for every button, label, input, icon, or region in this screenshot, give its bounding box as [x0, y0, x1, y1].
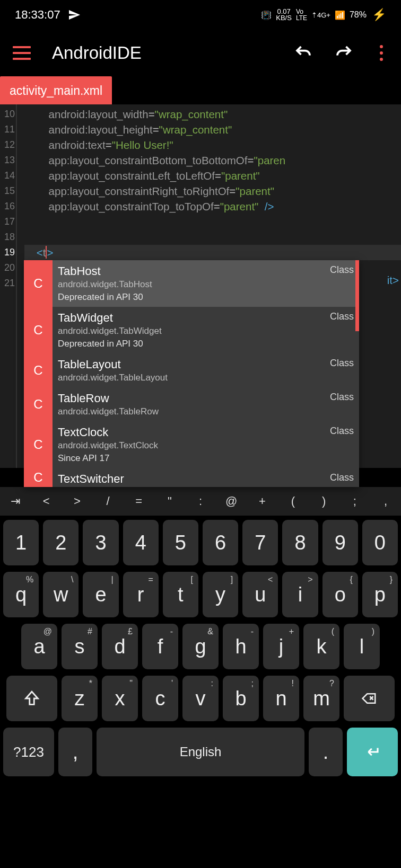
completion-kind-icon: C	[24, 387, 53, 421]
code-line[interactable]: <t>	[24, 245, 401, 260]
code-line[interactable]: android:layout_height="wrap_content"	[24, 122, 401, 137]
symbol-key[interactable]: :	[185, 494, 216, 508]
code-line[interactable]: android:layout_width="wrap_content"	[24, 107, 401, 122]
key-3[interactable]: 3	[83, 520, 118, 565]
key-a[interactable]: @a	[21, 624, 57, 669]
space-key[interactable]: English	[97, 728, 304, 776]
symbol-key[interactable]: <	[31, 494, 62, 508]
code-line[interactable]: app:layout_constraintRight_toRightOf="pa…	[24, 183, 401, 199]
key-c[interactable]: 'c	[142, 676, 178, 721]
file-tab[interactable]: activity_main.xml	[0, 76, 112, 104]
key-i[interactable]: >i	[282, 572, 318, 617]
completion-type: Class	[330, 392, 354, 403]
volte-indicator: VoLTE	[296, 8, 307, 21]
enter-key[interactable]	[347, 728, 398, 776]
code-editor[interactable]: 101112131415161718192021 android:layout_…	[0, 104, 401, 468]
autocomplete-item[interactable]: CTabWidgetandroid.widget.TabWidgetDeprec…	[24, 307, 359, 353]
key-4[interactable]: 4	[123, 520, 159, 565]
key-5[interactable]: 5	[163, 520, 198, 565]
mode-key[interactable]: ?123	[3, 728, 54, 776]
autocomplete-item[interactable]: CTextClockandroid.widget.TextClockSince …	[24, 421, 359, 468]
key-1[interactable]: 1	[3, 520, 39, 565]
key-h[interactable]: -h	[223, 624, 259, 669]
offscreen-code-peek: it>	[387, 274, 399, 287]
autocomplete-item[interactable]: CTableRowandroid.widget.TableRowClass	[24, 387, 359, 421]
key-t[interactable]: [t	[163, 572, 198, 617]
key-p[interactable]: }p	[362, 572, 398, 617]
key-9[interactable]: 9	[322, 520, 358, 565]
key-m[interactable]: ?m	[303, 676, 339, 721]
completion-type: Class	[330, 426, 354, 437]
key-y[interactable]: ]y	[203, 572, 238, 617]
key-g[interactable]: &g	[182, 624, 219, 669]
key-l[interactable]: )l	[344, 624, 380, 669]
key-v[interactable]: :v	[182, 676, 219, 721]
undo-button[interactable]	[294, 43, 313, 63]
code-line[interactable]	[24, 214, 401, 229]
key-0[interactable]: 0	[362, 520, 398, 565]
line-number: 10	[0, 107, 16, 122]
key-s[interactable]: #s	[62, 624, 98, 669]
key-n[interactable]: !n	[263, 676, 299, 721]
symbol-row: ⇥<>/=":@+();,	[0, 487, 401, 516]
key-8[interactable]: 8	[282, 520, 318, 565]
line-number: 21	[0, 276, 16, 291]
completion-package: android.widget.TextClock	[58, 440, 352, 451]
code-line[interactable]: app:layout_constraintBottom_toBottomOf="…	[24, 153, 401, 168]
hamburger-menu-icon[interactable]	[13, 46, 31, 60]
symbol-key[interactable]: (	[277, 494, 308, 508]
key-7[interactable]: 7	[242, 520, 278, 565]
code-line[interactable]: app:layout_constraintLeft_toLeftOf="pare…	[24, 168, 401, 183]
key-k[interactable]: (k	[303, 624, 339, 669]
app-bar: AndroidIDE	[0, 30, 401, 76]
period-key[interactable]: .	[309, 728, 343, 776]
symbol-key[interactable]: ,	[370, 494, 401, 508]
symbol-key[interactable]: ;	[339, 494, 370, 508]
key-f[interactable]: -f	[142, 624, 178, 669]
key-x[interactable]: "x	[102, 676, 138, 721]
overflow-menu-icon[interactable]	[374, 45, 388, 61]
symbol-key[interactable]: =	[124, 494, 154, 508]
code-line[interactable]: android:text="Hello User!"	[24, 137, 401, 153]
key-b[interactable]: ;b	[223, 676, 259, 721]
line-number: 16	[0, 199, 16, 214]
comma-key[interactable]: ,	[58, 728, 92, 776]
completion-name: TabHost	[58, 264, 352, 278]
code-line[interactable]	[24, 229, 401, 245]
key-6[interactable]: 6	[203, 520, 238, 565]
autocomplete-popup[interactable]: CTabHostandroid.widget.TabHostDeprecated…	[24, 260, 359, 487]
redo-button[interactable]	[334, 43, 353, 63]
key-z[interactable]: *z	[62, 676, 98, 721]
symbol-key[interactable]: +	[247, 494, 277, 508]
key-q[interactable]: %q	[3, 572, 39, 617]
completion-name: TabWidget	[58, 311, 352, 325]
completion-kind-icon: C	[24, 260, 53, 307]
shift-key[interactable]	[6, 676, 57, 721]
autocomplete-item[interactable]: CTableLayoutandroid.widget.TableLayoutCl…	[24, 353, 359, 387]
autocomplete-item[interactable]: CTextSwitcherClass	[24, 468, 359, 487]
line-number: 13	[0, 153, 16, 168]
code-line[interactable]: app:layout_constraintTop_toTopOf="parent…	[24, 199, 401, 214]
symbol-key[interactable]: @	[216, 494, 247, 508]
symbol-key[interactable]: )	[309, 494, 339, 508]
autocomplete-item[interactable]: CTabHostandroid.widget.TabHostDeprecated…	[24, 260, 359, 307]
key-j[interactable]: +j	[263, 624, 299, 669]
key-w[interactable]: \w	[43, 572, 79, 617]
symbol-key[interactable]: "	[154, 494, 185, 508]
key-d[interactable]: £d	[102, 624, 138, 669]
line-number: 19	[0, 245, 16, 260]
key-r[interactable]: =r	[123, 572, 159, 617]
key-2[interactable]: 2	[43, 520, 79, 565]
tab-strip: activity_main.xml	[0, 76, 401, 104]
completion-package: android.widget.TableLayout	[58, 373, 352, 383]
key-u[interactable]: <u	[242, 572, 278, 617]
completion-note: Since API 17	[58, 453, 352, 464]
backspace-key[interactable]	[344, 676, 395, 721]
key-o[interactable]: {o	[322, 572, 358, 617]
symbol-key[interactable]: >	[62, 494, 92, 508]
key-e[interactable]: |e	[83, 572, 118, 617]
symbol-key[interactable]: /	[92, 494, 123, 508]
line-number: 15	[0, 183, 16, 199]
completion-note: Deprecated in API 30	[58, 339, 352, 349]
symbol-key[interactable]: ⇥	[0, 494, 31, 508]
